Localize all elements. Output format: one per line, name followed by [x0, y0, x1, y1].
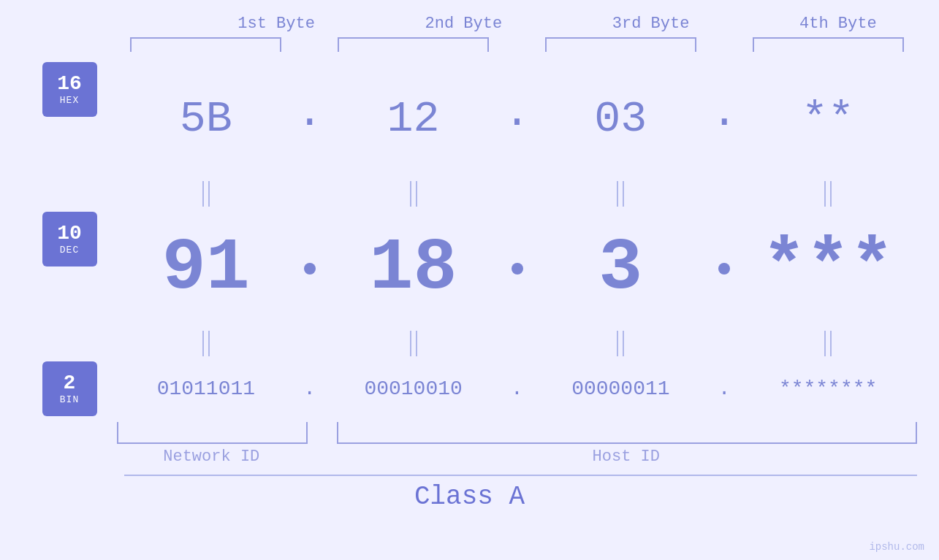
dec-val-3: 3: [598, 227, 642, 310]
hex-val-1: 5B: [180, 94, 232, 144]
host-id-label: Host ID: [335, 448, 917, 466]
main-container: 1st Byte 2nd Byte 3rd Byte 4th Byte 16: [0, 0, 939, 560]
class-label-container: Class A: [0, 482, 939, 512]
bin-badge: 2 BIN: [42, 361, 97, 416]
byte-headers: 1st Byte 2nd Byte 3rd Byte 4th Byte: [0, 15, 939, 33]
dec-badge: 10 DEC: [42, 212, 97, 266]
byte-label-3: 3rd Byte: [572, 15, 730, 33]
dec-dot-2: [512, 263, 523, 275]
watermark: ipshu.com: [869, 541, 924, 553]
bottom-brackets: [0, 422, 939, 444]
bin-dot-3: .: [718, 377, 731, 400]
class-bracket-line: [0, 475, 939, 476]
bin-val-1: 01011011: [157, 377, 255, 400]
dec-val-2: 18: [370, 227, 457, 310]
hex-val-4: **: [802, 94, 854, 144]
bin-row: 2 BIN 01011011 . 00010010 . 00000011 . *…: [0, 361, 939, 416]
hex-dot-1: .: [297, 88, 323, 138]
sep-2: [0, 325, 939, 361]
dec-val-4: ***: [762, 227, 894, 310]
byte-label-2: 2nd Byte: [384, 15, 542, 33]
dec-row: 10 DEC 91 18 3 ***: [0, 212, 939, 325]
bin-dot-1: .: [303, 377, 316, 400]
bin-dot-2: .: [511, 377, 523, 400]
dec-dot-1: [304, 263, 316, 275]
bin-val-4: ********: [779, 377, 877, 400]
bin-val-3: 00000011: [571, 377, 669, 400]
hex-val-2: 12: [387, 94, 440, 144]
class-label: Class A: [414, 482, 525, 512]
id-labels: Network ID Host ID: [0, 448, 939, 466]
dec-dot-3: [718, 263, 730, 275]
byte-label-1: 1st Byte: [197, 15, 355, 33]
hex-dot-2: .: [503, 88, 530, 138]
hex-badge: 16 HEX: [42, 62, 97, 117]
bin-val-2: 00010010: [364, 377, 462, 400]
hex-val-3: 03: [594, 94, 647, 144]
sep-1: [0, 175, 939, 212]
hex-dot-3: .: [711, 88, 737, 138]
byte-label-4: 4th Byte: [759, 15, 917, 33]
network-id-label: Network ID: [117, 448, 306, 466]
dec-val-1: 91: [162, 227, 250, 310]
hex-row: 16 HEX 5B . 12 . 03 . **: [0, 62, 939, 175]
